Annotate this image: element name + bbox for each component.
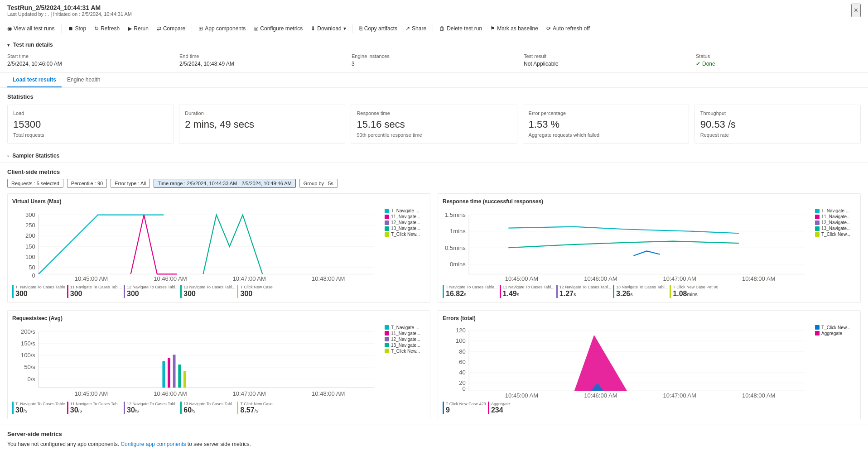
rt-val-label-2: 12 Navigate To Cases Tabl... — [559, 285, 611, 290]
statistics-section: Statistics Load 15300 Total requests Dur… — [0, 88, 868, 149]
requests-sec-legend-list: T_Navigate ... 11_Navigate... 12_Navigat… — [385, 325, 425, 354]
rt-val-3: 13 Navigate To Cases Tabl... 3.26s — [613, 285, 668, 298]
charts-grid: Virtual Users (Max) 300 250 200 — [7, 193, 861, 419]
response-time-chart: Response time (successful responses) 1.5… — [438, 193, 861, 303]
svg-text:10:46:00 AM: 10:46:00 AM — [584, 392, 617, 398]
svg-text:1mins: 1mins — [450, 228, 466, 235]
rt-legend-color-3 — [815, 226, 820, 231]
svg-text:10:45:00 AM: 10:45:00 AM — [75, 275, 108, 281]
svg-text:10:45:00 AM: 10:45:00 AM — [75, 390, 108, 397]
err-legend-color-0 — [815, 325, 820, 330]
rt-legend-item-1: 11_Navigate... — [815, 214, 856, 219]
rq-val-value-4: 8.57/s — [240, 406, 273, 414]
test-run-details-header[interactable]: ▾ Test run details — [7, 42, 861, 48]
rq-legend-color-2 — [385, 337, 389, 341]
rq-val-label-1: 11 Navigate To Cases Tabl... — [70, 402, 122, 407]
configure-app-components-link[interactable]: Configure app components — [121, 441, 186, 447]
compare-icon: ⇄ — [157, 25, 161, 32]
toolbar-separator-2 — [192, 24, 192, 33]
svg-text:150: 150 — [25, 243, 35, 250]
app-components-button[interactable]: ⊞ App components — [195, 23, 249, 34]
refresh-button[interactable]: ↻ Refresh — [91, 23, 123, 34]
server-side-metrics-title: Server-side metrics — [7, 431, 861, 437]
svg-text:10:48:00 AM: 10:48:00 AM — [312, 275, 345, 281]
download-button[interactable]: ⬇ Download ▾ — [307, 23, 349, 34]
legend-color-1 — [385, 215, 389, 219]
svg-text:0mins: 0mins — [450, 261, 466, 268]
rq-legend-color-3 — [385, 343, 389, 347]
legend-label-0: T_Navigate ... — [391, 208, 419, 213]
vu-val-value-1: 300 — [70, 290, 122, 298]
response-time-value: 15.16 secs — [357, 119, 511, 130]
requests-filter[interactable]: Requests : 5 selected — [7, 179, 63, 188]
err-val-label-1: Aggregate — [491, 402, 524, 407]
errors-legend: T_Click New... Aggregate — [815, 325, 856, 399]
error-type-filter[interactable]: Error type : All — [111, 179, 150, 188]
rt-val-4: T Click New Case Pet 90 1.08mins — [670, 285, 718, 298]
rq-legend-label-1: 11_Navigate... — [391, 331, 420, 336]
duration-value: 2 mins, 49 secs — [185, 119, 339, 130]
svg-text:40: 40 — [459, 369, 466, 376]
group-by-filter[interactable]: Group by : 5s — [299, 179, 338, 188]
server-link-suffix: to see server side metrics. — [188, 441, 251, 447]
rt-legend-color-0 — [815, 209, 820, 213]
requests-sec-chart-body: 200/s 150/s 100/s 50/s 0/s 10:45:00 AM 1… — [12, 325, 425, 399]
svg-text:10:47:00 AM: 10:47:00 AM — [233, 275, 266, 281]
share-button[interactable]: ↗ Share — [402, 23, 430, 34]
auto-refresh-off-button[interactable]: ⟳ Auto refresh off — [543, 23, 593, 34]
statistics-cards: Load 15300 Total requests Duration 2 min… — [7, 105, 861, 144]
status-value: ✔ Done — [696, 61, 861, 67]
time-range-filter[interactable]: Time range : 2/5/2024, 10:44:33 AM - 2/5… — [154, 179, 296, 188]
rt-legend-item-3: 13_Navigate... — [815, 226, 856, 231]
rq-val-3: 13 Navigate To Cases Tabl... 60/s — [180, 402, 235, 415]
rt-val-label-1: 11 Navigate To Cases Tabl... — [503, 285, 555, 290]
response-time-sub-label: 90th percentile response time — [357, 132, 511, 138]
legend-color-0 — [385, 209, 389, 213]
errors-chart: Errors (total) 120 100 80 60 40 — [438, 310, 861, 420]
percentile-filter[interactable]: Percentile : 90 — [67, 179, 107, 188]
rt-val-2: 12 Navigate To Cases Tabl... 1.27s — [556, 285, 611, 298]
legend-item-0: T_Navigate ... — [385, 208, 425, 213]
sampler-statistics-header[interactable]: › Sampler Statistics — [7, 153, 861, 159]
virtual-users-values: T_Navigate To Cases Table 300 11 Navigat… — [12, 285, 425, 298]
svg-text:100: 100 — [25, 254, 35, 260]
vu-val-label-4: T Click New Case — [240, 285, 273, 290]
tab-engine-health[interactable]: Engine health — [62, 73, 106, 87]
mark-as-baseline-button[interactable]: ⚑ Mark as baseline — [487, 23, 542, 34]
stop-button[interactable]: ⏹ Stop — [64, 23, 90, 34]
auto-refresh-icon: ⟳ — [546, 25, 551, 32]
virtual-users-title: Virtual Users (Max) — [12, 198, 425, 205]
legend-item-4: T_Click New... — [385, 232, 425, 237]
rerun-button[interactable]: ▶ Rerun — [124, 23, 152, 34]
svg-text:1.5mins: 1.5mins — [445, 211, 466, 218]
close-button[interactable]: × — [851, 4, 861, 17]
rq-val-1: 11 Navigate To Cases Tabl... 30/s — [67, 402, 122, 415]
svg-text:10:48:00 AM: 10:48:00 AM — [742, 392, 775, 398]
virtual-users-chart-body: 300 250 200 150 100 50 0 10:45:00 AM 10:… — [12, 208, 425, 282]
response-time-chart-body: 1.5mins 1mins 0.5mins 0mins 10:45:00 AM … — [443, 208, 856, 282]
vu-val-2: 12 Navigate To Cases Tabl... 300 — [124, 285, 178, 298]
rq-val-value-3: 60/s — [183, 406, 235, 414]
rq-legend-label-2: 12_Navigate... — [391, 337, 420, 342]
tab-load-test-results[interactable]: Load test results — [7, 73, 62, 87]
svg-text:100/s: 100/s — [21, 352, 35, 359]
rt-val-value-0: 16.82s — [446, 290, 498, 298]
requests-sec-title: Requests/sec (Avg) — [12, 315, 425, 321]
duration-card: Duration 2 mins, 49 secs — [179, 105, 345, 144]
copy-artifacts-button[interactable]: ⎘ Copy artifacts — [356, 23, 401, 34]
svg-text:120: 120 — [456, 327, 466, 334]
svg-text:10:46:00 AM: 10:46:00 AM — [584, 275, 617, 281]
configure-metrics-button[interactable]: ◎ Configure metrics — [250, 23, 306, 34]
response-time-legend: T_Navigate ... 11_Navigate... 12_Navigat… — [815, 208, 856, 282]
throughput-label: Throughput — [700, 110, 855, 116]
virtual-users-svg: 300 250 200 150 100 50 0 10:45:00 AM 10:… — [12, 208, 381, 281]
baseline-icon: ⚑ — [490, 25, 495, 32]
response-time-svg: 1.5mins 1mins 0.5mins 0mins 10:45:00 AM … — [443, 208, 811, 281]
view-all-test-runs-button[interactable]: ◉ View all test runs — [4, 23, 58, 34]
error-pct-value: 1.53 % — [529, 119, 683, 130]
delete-test-run-button[interactable]: 🗑 Delete test run — [436, 23, 486, 34]
errors-chart-title: Errors (total) — [443, 315, 856, 321]
vu-val-label-0: T_Navigate To Cases Table — [15, 285, 65, 290]
compare-button[interactable]: ⇄ Compare — [153, 23, 189, 34]
sampler-title: Sampler Statistics — [12, 153, 59, 159]
